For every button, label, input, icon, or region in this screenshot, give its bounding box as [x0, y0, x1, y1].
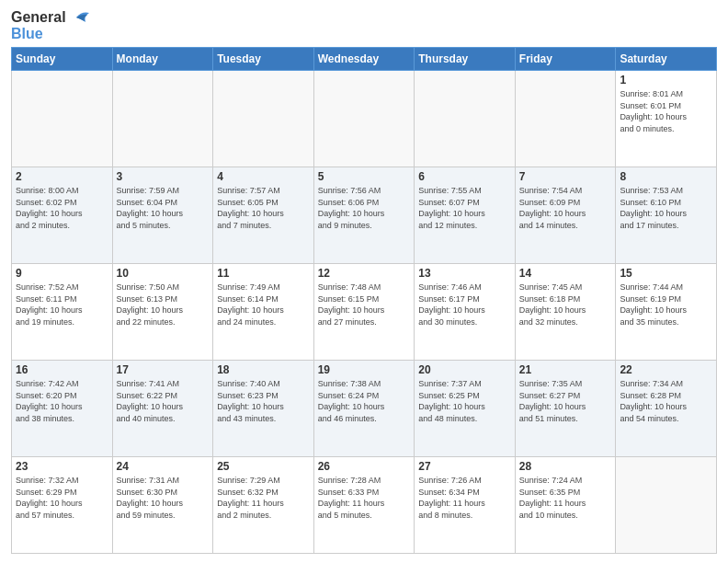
calendar-cell: 22Sunrise: 7:34 AM Sunset: 6:28 PM Dayli… — [616, 361, 717, 457]
day-info: Sunrise: 8:00 AM Sunset: 6:02 PM Dayligh… — [16, 185, 108, 231]
calendar-cell: 8Sunrise: 7:53 AM Sunset: 6:10 PM Daylig… — [616, 167, 717, 264]
calendar-cell: 9Sunrise: 7:52 AM Sunset: 6:11 PM Daylig… — [12, 264, 113, 361]
calendar-cell: 12Sunrise: 7:48 AM Sunset: 6:15 PM Dayli… — [313, 264, 415, 361]
day-info: Sunrise: 7:46 AM Sunset: 6:17 PM Dayligh… — [418, 282, 511, 327]
day-number: 26 — [318, 460, 411, 473]
day-info: Sunrise: 7:41 AM Sunset: 6:22 PM Dayligh… — [117, 378, 210, 424]
day-number: 10 — [117, 267, 210, 280]
day-number: 24 — [117, 460, 210, 473]
weekday-header-row: SundayMondayTuesdayWednesdayThursdayFrid… — [12, 48, 717, 71]
calendar-cell: 11Sunrise: 7:49 AM Sunset: 6:14 PM Dayli… — [213, 264, 314, 361]
day-info: Sunrise: 7:26 AM Sunset: 6:34 PM Dayligh… — [418, 475, 511, 521]
day-info: Sunrise: 7:35 AM Sunset: 6:27 PM Dayligh… — [519, 378, 612, 424]
calendar-cell: 18Sunrise: 7:40 AM Sunset: 6:23 PM Dayli… — [213, 361, 314, 457]
day-number: 14 — [519, 267, 612, 280]
day-info: Sunrise: 7:38 AM Sunset: 6:24 PM Dayligh… — [318, 378, 411, 424]
calendar-cell: 17Sunrise: 7:41 AM Sunset: 6:22 PM Dayli… — [112, 361, 213, 457]
calendar-cell — [415, 71, 516, 167]
day-info: Sunrise: 7:59 AM Sunset: 6:04 PM Dayligh… — [117, 185, 210, 231]
day-number: 4 — [217, 170, 310, 183]
calendar-cell: 4Sunrise: 7:57 AM Sunset: 6:05 PM Daylig… — [213, 167, 314, 264]
day-info: Sunrise: 7:53 AM Sunset: 6:10 PM Dayligh… — [620, 185, 712, 231]
calendar-cell: 20Sunrise: 7:37 AM Sunset: 6:25 PM Dayli… — [415, 361, 516, 457]
calendar-cell: 26Sunrise: 7:28 AM Sunset: 6:33 PM Dayli… — [313, 457, 415, 554]
day-info: Sunrise: 7:49 AM Sunset: 6:14 PM Dayligh… — [217, 282, 310, 327]
day-number: 8 — [620, 170, 712, 183]
calendar-table: SundayMondayTuesdayWednesdayThursdayFrid… — [11, 47, 717, 554]
calendar-cell: 21Sunrise: 7:35 AM Sunset: 6:27 PM Dayli… — [515, 361, 616, 457]
day-info: Sunrise: 7:34 AM Sunset: 6:28 PM Dayligh… — [620, 378, 712, 424]
day-number: 20 — [418, 363, 511, 376]
day-number: 22 — [620, 363, 712, 376]
day-info: Sunrise: 7:48 AM Sunset: 6:15 PM Dayligh… — [318, 282, 411, 327]
day-number: 25 — [217, 460, 310, 473]
weekday-header-thursday: Thursday — [415, 48, 516, 71]
day-info: Sunrise: 7:28 AM Sunset: 6:33 PM Dayligh… — [318, 475, 411, 521]
day-number: 6 — [418, 170, 511, 183]
day-info: Sunrise: 7:44 AM Sunset: 6:19 PM Dayligh… — [620, 282, 712, 327]
calendar-week-row: 2Sunrise: 8:00 AM Sunset: 6:02 PM Daylig… — [12, 167, 717, 264]
calendar-cell: 1Sunrise: 8:01 AM Sunset: 6:01 PM Daylig… — [616, 71, 717, 167]
header: General Blue — [11, 9, 717, 41]
weekday-header-monday: Monday — [112, 48, 213, 71]
calendar-week-row: 16Sunrise: 7:42 AM Sunset: 6:20 PM Dayli… — [12, 361, 717, 457]
calendar-cell: 3Sunrise: 7:59 AM Sunset: 6:04 PM Daylig… — [112, 167, 213, 264]
calendar-cell — [515, 71, 616, 167]
day-number: 5 — [318, 170, 411, 183]
weekday-header-saturday: Saturday — [616, 48, 717, 71]
day-info: Sunrise: 7:29 AM Sunset: 6:32 PM Dayligh… — [217, 475, 310, 521]
day-number: 13 — [418, 267, 511, 280]
day-info: Sunrise: 7:42 AM Sunset: 6:20 PM Dayligh… — [16, 378, 108, 424]
day-info: Sunrise: 8:01 AM Sunset: 6:01 PM Dayligh… — [620, 88, 712, 134]
calendar-cell: 15Sunrise: 7:44 AM Sunset: 6:19 PM Dayli… — [616, 264, 717, 361]
day-number: 28 — [519, 460, 612, 473]
calendar-week-row: 9Sunrise: 7:52 AM Sunset: 6:11 PM Daylig… — [12, 264, 717, 361]
day-info: Sunrise: 7:40 AM Sunset: 6:23 PM Dayligh… — [217, 378, 310, 424]
day-number: 9 — [16, 267, 108, 280]
calendar-cell: 13Sunrise: 7:46 AM Sunset: 6:17 PM Dayli… — [415, 264, 516, 361]
day-number: 19 — [318, 363, 411, 376]
calendar-cell: 10Sunrise: 7:50 AM Sunset: 6:13 PM Dayli… — [112, 264, 213, 361]
calendar-cell: 28Sunrise: 7:24 AM Sunset: 6:35 PM Dayli… — [515, 457, 616, 554]
day-info: Sunrise: 7:57 AM Sunset: 6:05 PM Dayligh… — [217, 185, 310, 231]
day-info: Sunrise: 7:37 AM Sunset: 6:25 PM Dayligh… — [418, 378, 511, 424]
day-info: Sunrise: 7:50 AM Sunset: 6:13 PM Dayligh… — [117, 282, 210, 327]
weekday-header-wednesday: Wednesday — [313, 48, 415, 71]
calendar-cell — [112, 71, 213, 167]
calendar-cell: 2Sunrise: 8:00 AM Sunset: 6:02 PM Daylig… — [12, 167, 113, 264]
day-info: Sunrise: 7:56 AM Sunset: 6:06 PM Dayligh… — [318, 185, 411, 231]
day-info: Sunrise: 7:24 AM Sunset: 6:35 PM Dayligh… — [519, 475, 612, 521]
calendar-week-row: 1Sunrise: 8:01 AM Sunset: 6:01 PM Daylig… — [12, 71, 717, 167]
day-info: Sunrise: 7:32 AM Sunset: 6:29 PM Dayligh… — [16, 475, 108, 521]
page: General Blue SundayMondayTuesdayWednesda… — [0, 0, 728, 563]
day-number: 2 — [16, 170, 108, 183]
day-number: 27 — [418, 460, 511, 473]
logo-text: General Blue — [11, 9, 89, 41]
day-number: 7 — [519, 170, 612, 183]
logo-bird-icon — [69, 11, 89, 24]
calendar-cell — [213, 71, 314, 167]
calendar-cell — [313, 71, 415, 167]
day-number: 12 — [318, 267, 411, 280]
day-number: 1 — [620, 74, 712, 86]
calendar-cell: 25Sunrise: 7:29 AM Sunset: 6:32 PM Dayli… — [213, 457, 314, 554]
calendar-cell: 27Sunrise: 7:26 AM Sunset: 6:34 PM Dayli… — [415, 457, 516, 554]
calendar-cell: 24Sunrise: 7:31 AM Sunset: 6:30 PM Dayli… — [112, 457, 213, 554]
day-info: Sunrise: 7:52 AM Sunset: 6:11 PM Dayligh… — [16, 282, 108, 327]
weekday-header-friday: Friday — [515, 48, 616, 71]
weekday-header-tuesday: Tuesday — [213, 48, 314, 71]
calendar-cell: 14Sunrise: 7:45 AM Sunset: 6:18 PM Dayli… — [515, 264, 616, 361]
day-number: 21 — [519, 363, 612, 376]
day-number: 11 — [217, 267, 310, 280]
calendar-cell: 6Sunrise: 7:55 AM Sunset: 6:07 PM Daylig… — [415, 167, 516, 264]
calendar-cell: 7Sunrise: 7:54 AM Sunset: 6:09 PM Daylig… — [515, 167, 616, 264]
day-number: 16 — [16, 363, 108, 376]
day-info: Sunrise: 7:31 AM Sunset: 6:30 PM Dayligh… — [117, 475, 210, 521]
day-number: 3 — [117, 170, 210, 183]
day-number: 17 — [117, 363, 210, 376]
weekday-header-sunday: Sunday — [12, 48, 113, 71]
calendar-cell: 5Sunrise: 7:56 AM Sunset: 6:06 PM Daylig… — [313, 167, 415, 264]
calendar-cell: 23Sunrise: 7:32 AM Sunset: 6:29 PM Dayli… — [12, 457, 113, 554]
logo: General Blue — [11, 9, 89, 41]
day-number: 23 — [16, 460, 108, 473]
